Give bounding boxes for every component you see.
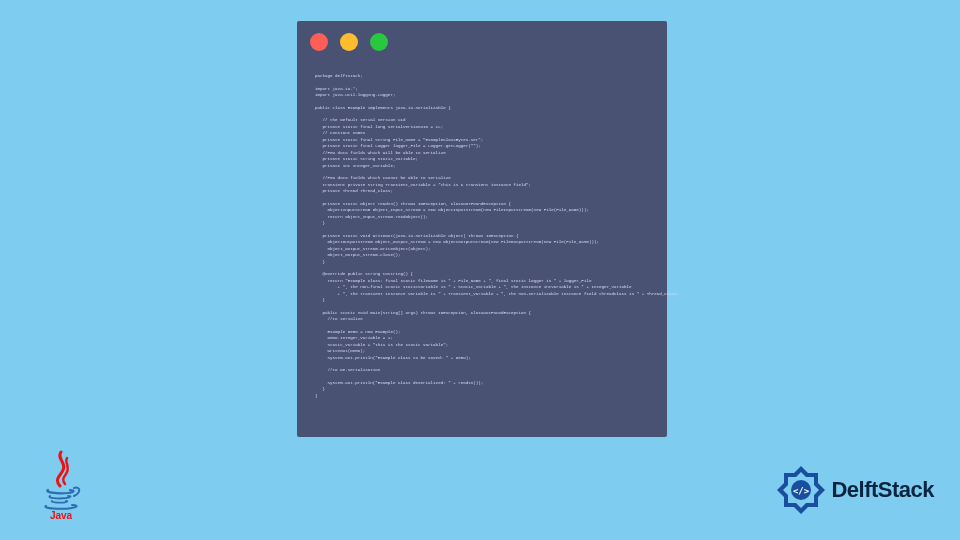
delftstack-logo: </> DelftStack — [775, 464, 934, 516]
code-body: package delftstack; import java.io.*;imp… — [297, 61, 667, 409]
maximize-icon — [370, 33, 388, 51]
traffic-lights — [310, 33, 388, 51]
java-logo: Java — [38, 450, 84, 520]
delftstack-badge-icon: </> — [775, 464, 827, 516]
close-icon — [310, 33, 328, 51]
code-line: ObjectOutputStream Object_Output_Stream … — [315, 239, 649, 246]
minimize-icon — [340, 33, 358, 51]
code-line: + ", the non-final static staticVariable… — [315, 284, 649, 291]
code-line: + ", the transient instance Variable is … — [315, 291, 649, 298]
svg-text:Java: Java — [50, 510, 73, 520]
code-line: } — [315, 393, 649, 400]
delftstack-text: DelftStack — [831, 477, 934, 503]
svg-text:</>: </> — [793, 486, 810, 496]
code-window: package delftstack; import java.io.*;imp… — [297, 21, 667, 437]
java-icon: Java — [38, 450, 84, 520]
